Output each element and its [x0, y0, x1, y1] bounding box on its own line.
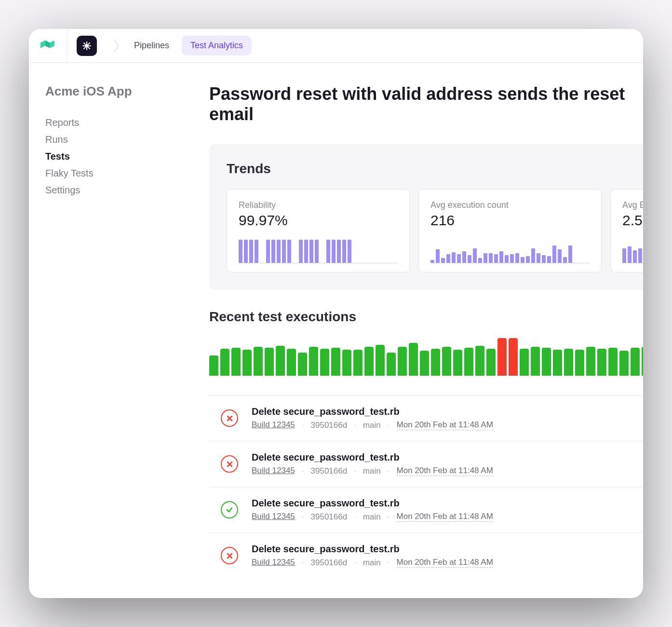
- topbar: Pipelines Test Analytics: [29, 29, 643, 63]
- exec-bar[interactable]: [564, 349, 573, 376]
- exec-bar[interactable]: [619, 351, 629, 376]
- exec-bar[interactable]: [231, 348, 241, 376]
- timestamp: Mon 20th Feb at 11:48 AM: [397, 558, 493, 568]
- sidebar: Acme iOS App ReportsRunsTestsFlaky Tests…: [29, 63, 188, 598]
- commit-hash: 3950166d: [311, 421, 348, 430]
- exec-bar[interactable]: [575, 350, 584, 376]
- exec-bar[interactable]: [409, 343, 418, 376]
- exec-bar[interactable]: [497, 338, 507, 376]
- exec-bar[interactable]: [353, 350, 363, 376]
- exec-bar[interactable]: [364, 347, 374, 376]
- commit-hash: 3950166d: [311, 512, 348, 522]
- crumb-pipelines[interactable]: Pipelines: [125, 36, 178, 55]
- trend-card[interactable]: Reliability99.97%: [227, 189, 410, 273]
- sidebar-title: Acme iOS App: [45, 84, 172, 99]
- exec-bar[interactable]: [553, 350, 562, 376]
- exec-bar[interactable]: [486, 349, 496, 376]
- exec-bar[interactable]: [642, 347, 643, 376]
- asterisk-icon: [77, 36, 97, 56]
- exec-bar[interactable]: [608, 348, 618, 376]
- sidebar-item-reports[interactable]: Reports: [45, 114, 172, 131]
- exec-bar[interactable]: [475, 346, 484, 376]
- exec-row[interactable]: Delete secure_password_test.rbBuild 1234…: [209, 441, 643, 487]
- buildkite-logo-icon: [40, 40, 56, 52]
- chevron-right-icon: [114, 39, 120, 53]
- exec-bar[interactable]: [242, 350, 252, 376]
- logo-box[interactable]: [29, 29, 67, 62]
- page-title: Password reset with valid address sends …: [209, 84, 643, 124]
- x-icon: [221, 455, 238, 473]
- x-icon: [221, 547, 238, 564]
- sidebar-item-runs[interactable]: Runs: [45, 131, 172, 148]
- exec-bar[interactable]: [631, 348, 640, 376]
- trend-label: Avg execution count: [430, 200, 590, 210]
- exec-bar[interactable]: [509, 338, 518, 376]
- exec-bar[interactable]: [276, 346, 285, 376]
- commit-hash: 3950166d: [311, 466, 348, 476]
- exec-bar[interactable]: [542, 348, 551, 376]
- exec-bar[interactable]: [287, 349, 296, 376]
- exec-info: Delete secure_password_test.rbBuild 1234…: [252, 452, 643, 476]
- exec-title: Delete secure_password_test.rb: [252, 544, 643, 555]
- exec-bar[interactable]: [220, 349, 229, 376]
- exec-meta: Build 12345·3950166d·main·Mon 20th Feb a…: [252, 558, 643, 568]
- exec-bar[interactable]: [442, 347, 451, 376]
- exec-bar[interactable]: [342, 350, 351, 376]
- body: Acme iOS App ReportsRunsTestsFlaky Tests…: [29, 63, 643, 598]
- branch-name: main: [363, 558, 381, 568]
- exec-bar[interactable]: [520, 349, 529, 376]
- exec-info: Delete secure_password_test.rbBuild 1234…: [252, 544, 643, 568]
- trend-sparkline: [622, 238, 643, 263]
- build-link[interactable]: Build 12345: [252, 420, 295, 430]
- x-icon: [221, 409, 238, 427]
- trend-sparkline: [430, 238, 590, 263]
- sidebar-item-tests[interactable]: Tests: [45, 148, 172, 165]
- trends-heading: Trends: [227, 161, 643, 177]
- exec-bar[interactable]: [464, 348, 473, 376]
- exec-bar[interactable]: [531, 347, 540, 376]
- crumb-test-analytics[interactable]: Test Analytics: [182, 36, 252, 55]
- check-icon: [221, 501, 238, 518]
- exec-bar[interactable]: [420, 351, 429, 376]
- exec-bar[interactable]: [209, 355, 218, 376]
- trend-value: 99.97%: [239, 212, 398, 229]
- branch-name: main: [363, 466, 381, 476]
- exec-row[interactable]: Delete secure_password_test.rbBuild 1234…: [209, 395, 643, 441]
- exec-bar[interactable]: [309, 347, 318, 376]
- exec-bar[interactable]: [586, 347, 595, 376]
- exec-info: Delete secure_password_test.rbBuild 1234…: [252, 498, 643, 522]
- sidebar-item-settings[interactable]: Settings: [45, 182, 172, 199]
- exec-bar[interactable]: [265, 348, 274, 376]
- exec-meta: Build 12345·3950166d·main·Mon 20th Feb a…: [252, 420, 643, 430]
- trend-card[interactable]: Avg execution count216: [418, 189, 602, 273]
- exec-bar[interactable]: [254, 347, 263, 376]
- app-window: Pipelines Test Analytics Acme iOS App Re…: [29, 29, 643, 598]
- exec-bar[interactable]: [376, 345, 385, 376]
- main-content: Password reset with valid address sends …: [188, 63, 643, 598]
- exec-bar[interactable]: [398, 347, 407, 376]
- recent-section: Recent test executions Delete secure_pas…: [209, 290, 643, 578]
- org-icon-box[interactable]: [67, 36, 106, 56]
- build-link[interactable]: Build 12345: [252, 466, 295, 476]
- exec-bar[interactable]: [453, 350, 462, 376]
- exec-meta: Build 12345·3950166d·main·Mon 20th Feb a…: [252, 466, 643, 476]
- trend-sparkline: [239, 238, 398, 263]
- exec-bar[interactable]: [387, 353, 396, 376]
- sidebar-item-flaky-tests[interactable]: Flaky Tests: [45, 165, 172, 182]
- exec-info: Delete secure_password_test.rbBuild 1234…: [252, 406, 643, 430]
- exec-list: Delete secure_password_test.rbBuild 1234…: [209, 395, 643, 578]
- build-link[interactable]: Build 12345: [252, 558, 295, 568]
- exec-bar[interactable]: [331, 348, 340, 376]
- exec-row[interactable]: Delete secure_password_test.rbBuild 1234…: [209, 532, 643, 578]
- exec-bar[interactable]: [597, 349, 606, 376]
- breadcrumb: Pipelines Test Analytics: [106, 36, 252, 55]
- exec-row[interactable]: Delete secure_password_test.rbBuild 1234…: [209, 487, 643, 532]
- trend-card[interactable]: Avg Execution2.57s: [610, 189, 643, 273]
- trend-label: Reliability: [239, 200, 398, 210]
- timestamp: Mon 20th Feb at 11:48 AM: [397, 420, 493, 430]
- exec-bar[interactable]: [320, 349, 329, 376]
- timestamp: Mon 20th Feb at 11:48 AM: [397, 512, 493, 522]
- exec-bar[interactable]: [298, 353, 307, 376]
- build-link[interactable]: Build 12345: [252, 512, 295, 522]
- exec-bar[interactable]: [431, 349, 440, 376]
